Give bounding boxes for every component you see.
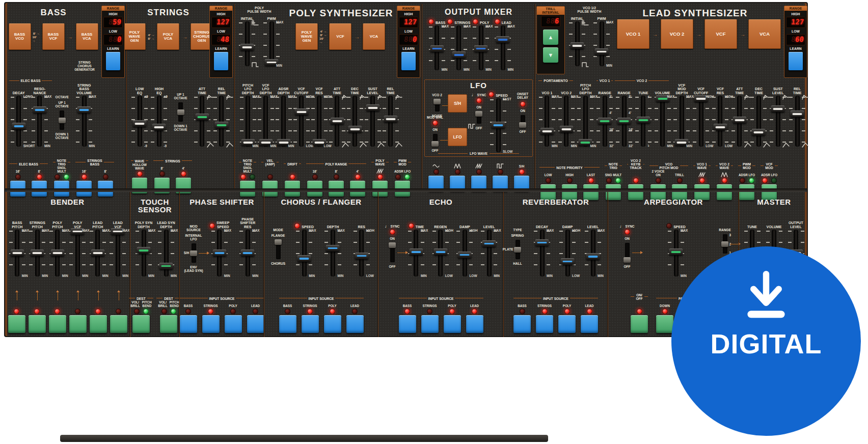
- slider-handle[interactable]: [355, 253, 368, 259]
- slider-track[interactable]: [95, 230, 100, 276]
- slider-track[interactable]: [575, 21, 580, 66]
- slider-track[interactable]: [479, 25, 483, 70]
- slider-track[interactable]: [603, 96, 607, 147]
- slider-track[interactable]: [622, 96, 627, 147]
- toggle-handle[interactable]: [519, 122, 526, 128]
- slider-track[interactable]: [718, 96, 722, 147]
- slider-handle[interactable]: [713, 124, 727, 130]
- slider-track[interactable]: [142, 230, 146, 276]
- slider-track[interactable]: [388, 96, 393, 147]
- slider-handle[interactable]: [561, 258, 575, 265]
- slider-track[interactable]: [699, 96, 703, 147]
- toggle-handle[interactable]: [623, 257, 631, 263]
- slider-track[interactable]: [641, 96, 645, 147]
- slider-track[interactable]: [352, 96, 357, 147]
- slider-track[interactable]: [335, 96, 339, 147]
- slider-handle[interactable]: [384, 116, 397, 122]
- slider-handle[interactable]: [409, 248, 423, 255]
- toggle-switch[interactable]: [477, 112, 481, 124]
- toggle-switch[interactable]: [60, 110, 64, 130]
- slider-track[interactable]: [487, 230, 492, 276]
- slider-track[interactable]: [82, 96, 87, 147]
- slider-handle[interactable]: [294, 108, 308, 115]
- slider-handle[interactable]: [137, 247, 151, 254]
- slider-track[interactable]: [217, 230, 222, 276]
- panel-button-bass[interactable]: [399, 315, 416, 333]
- slider-handle[interactable]: [50, 249, 64, 256]
- slider-track[interactable]: [269, 21, 274, 66]
- slider-track[interactable]: [246, 96, 250, 147]
- panel-button[interactable]: [69, 315, 87, 333]
- slider-track[interactable]: [564, 96, 568, 147]
- slider-track[interactable]: [737, 96, 742, 147]
- slider-track[interactable]: [331, 230, 335, 276]
- panel-button-strings[interactable]: [421, 315, 439, 333]
- slider-handle[interactable]: [133, 120, 147, 127]
- slider-handle[interactable]: [452, 51, 466, 58]
- panel-button-poly[interactable]: [225, 315, 242, 333]
- slider-handle[interactable]: [752, 129, 766, 135]
- slider-track[interactable]: [435, 25, 439, 70]
- toggle-handle[interactable]: [190, 251, 197, 256]
- slider-track[interactable]: [299, 96, 304, 147]
- slider-handle[interactable]: [10, 249, 24, 256]
- toggle-switch[interactable]: [433, 134, 438, 146]
- slider-track[interactable]: [75, 230, 80, 276]
- panel-button[interactable]: [160, 315, 177, 333]
- panel-button-strings[interactable]: [536, 315, 553, 333]
- toggle-switch[interactable]: [178, 102, 183, 122]
- panel-button-bass[interactable]: [279, 315, 296, 333]
- slider-track[interactable]: [680, 96, 684, 147]
- slider-handle[interactable]: [12, 123, 25, 129]
- slider-track[interactable]: [600, 21, 604, 66]
- slider-track[interactable]: [359, 230, 364, 276]
- slider-handle[interactable]: [297, 255, 311, 262]
- slider-handle[interactable]: [159, 263, 173, 269]
- slider-track[interactable]: [756, 96, 761, 147]
- toggle-handle[interactable]: [475, 111, 482, 117]
- slider-handle[interactable]: [212, 249, 226, 256]
- panel-button-bass[interactable]: [180, 315, 197, 333]
- slider-handle[interactable]: [366, 104, 379, 111]
- slider-track[interactable]: [157, 96, 161, 147]
- learn-button[interactable]: [106, 52, 120, 70]
- slider-track[interactable]: [302, 230, 307, 276]
- slider-track[interactable]: [674, 230, 679, 276]
- slider-track[interactable]: [37, 96, 42, 147]
- slider-handle[interactable]: [636, 117, 650, 123]
- slider-track[interactable]: [219, 96, 224, 147]
- panel-button[interactable]: [29, 315, 46, 333]
- slider-handle[interactable]: [595, 48, 609, 55]
- trill-down-button[interactable]: ▼: [543, 47, 558, 63]
- slider-handle[interactable]: [535, 239, 549, 246]
- slider-handle[interactable]: [430, 45, 444, 52]
- panel-button-lead[interactable]: [346, 315, 364, 333]
- slider-track[interactable]: [164, 230, 169, 276]
- panel-button[interactable]: [90, 315, 107, 333]
- slider-track[interactable]: [35, 230, 40, 276]
- slider-track[interactable]: [496, 98, 501, 152]
- slider-track[interactable]: [438, 230, 443, 276]
- panel-button-poly[interactable]: [324, 315, 341, 333]
- slider-handle[interactable]: [586, 253, 600, 260]
- toggle-handle[interactable]: [59, 118, 66, 123]
- slider-track[interactable]: [463, 230, 467, 276]
- slider-track[interactable]: [281, 96, 286, 147]
- slider-track[interactable]: [245, 21, 250, 66]
- slider-handle[interactable]: [241, 249, 255, 256]
- slider-handle[interactable]: [771, 105, 785, 112]
- panel-button-strings[interactable]: [202, 315, 220, 333]
- learn-button[interactable]: [401, 52, 416, 70]
- slider-handle[interactable]: [571, 42, 584, 49]
- panel-button[interactable]: [631, 315, 648, 333]
- panel-button-bass[interactable]: [513, 315, 531, 333]
- slider-track[interactable]: [501, 25, 505, 70]
- toggle-handle[interactable]: [433, 99, 441, 104]
- slider-track[interactable]: [414, 230, 418, 276]
- toggle-switch[interactable]: [276, 240, 281, 259]
- slider-handle[interactable]: [31, 249, 44, 256]
- toggle-switch[interactable]: [521, 115, 525, 127]
- slider-handle[interactable]: [540, 128, 554, 134]
- slider-track[interactable]: [795, 96, 800, 147]
- toggle-switch[interactable]: [625, 243, 630, 262]
